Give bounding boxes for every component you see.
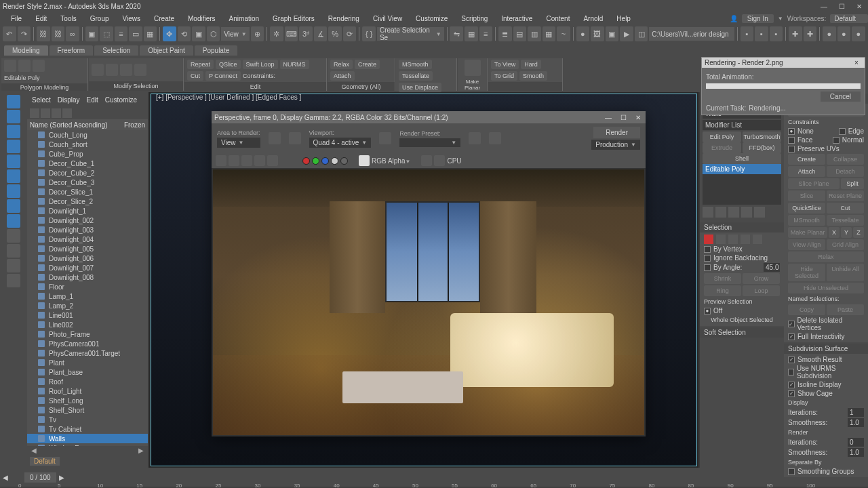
viewport-caption[interactable]: [+] [Perspective ] [User Defined ] [Edge… [156,94,301,101]
softsel-rollout-hdr[interactable]: Soft Selection [704,329,746,336]
ribbon-usedisp[interactable]: Use Displace [399,83,441,92]
smoothresult-checkbox[interactable]: ✓ [788,357,795,363]
clear-icon[interactable] [267,155,278,166]
scene-default-badge[interactable]: Default [30,457,60,466]
spinner-snap-button[interactable]: ⟳ [343,26,357,41]
timeslider-right-icon[interactable]: ▶ [56,474,67,481]
tab-populate[interactable]: Populate [195,45,237,56]
msel-1-icon[interactable] [92,64,104,76]
scene-sort-icon[interactable] [62,108,72,118]
array-button[interactable]: ▦ [465,26,478,41]
scene-item[interactable]: Plant_base [27,367,148,377]
detach-button[interactable]: Detach [827,166,864,177]
byangle-value[interactable]: 45.0 [764,263,780,272]
scroll-right-icon[interactable]: ▶ [137,447,145,454]
editpoly-button[interactable]: Edit Poly [703,131,741,142]
scene-item[interactable]: Decor_Cube_3 [27,178,148,187]
viewport[interactable]: [+] [Perspective ] [User Defined ] [Edge… [149,92,698,468]
channel-alpha-button[interactable] [331,157,338,165]
unhide-button[interactable]: Unhide All [827,264,864,281]
scene-item[interactable]: Cube_Prop [27,149,148,159]
menu-civilview[interactable]: Civil View [368,15,408,22]
makeplanar-button[interactable]: Make Planar [788,227,827,238]
shrink-button[interactable]: Shrink [704,273,741,284]
scene-item[interactable]: Downlight_008 [27,272,148,282]
ribbon-create[interactable]: Create [355,60,380,69]
tab-selection[interactable]: Selection [94,45,138,56]
curves-button[interactable]: ~ [557,26,570,41]
scene-lock-icon[interactable] [41,108,50,118]
tab-freeform[interactable]: Freeform [50,45,94,56]
menu-views[interactable]: Views [117,15,146,22]
se-filter-6[interactable] [7,169,20,183]
gridalign-button[interactable]: Grid Align [827,239,864,250]
scene-item[interactable]: Decor_Cube_2 [27,168,148,178]
iter2-value[interactable]: 0 [848,438,864,447]
scene-item[interactable]: Downlight_002 [27,216,148,225]
modifier-list-dropdown[interactable]: Modifier List [703,120,781,130]
progress-cancel-button[interactable]: Cancel [821,92,861,102]
smgrp-checkbox[interactable] [788,468,795,475]
scene-col-name[interactable]: Name (Sorted Ascending) [30,121,108,129]
pivot-button[interactable]: ⊕ [251,26,264,41]
preset-dropdown[interactable]: ▼ [399,138,460,147]
ribbon-attach[interactable]: Attach [330,71,355,81]
signin-arrow-icon[interactable]: ▼ [778,16,783,22]
byangle-checkbox[interactable] [704,264,711,271]
ffd-button[interactable]: FFD(box) [743,142,781,153]
ribbon-pconnect[interactable]: P Connect [205,71,241,81]
tb-x7[interactable]: ● [837,26,851,41]
modifier-stack[interactable]: Editable Poly [703,164,781,205]
scene-menu-select[interactable]: Select [30,96,53,104]
channel-blue-button[interactable] [321,157,329,165]
stack-config-icon[interactable] [754,207,765,218]
scene-item[interactable]: Couch_short [27,140,148,149]
workspaces-dropdown[interactable]: Default [830,14,868,23]
ribbon-toview[interactable]: To View [491,60,519,69]
ribbon-qslice[interactable]: QSlice [216,60,241,69]
scene-item[interactable]: Plant [27,358,148,367]
iter-value[interactable]: 1 [848,408,864,417]
ribbon-tessellate[interactable]: Tessellate [399,71,433,81]
scene-item[interactable]: Decor_Slice_1 [27,187,148,197]
mirror-button[interactable]: ⇋ [450,26,463,41]
scene-item[interactable]: Couch_Long [27,130,148,140]
elem-icon[interactable] [33,60,45,72]
channel-dropdown[interactable]: RGB Alpha▼ [372,157,410,165]
cut-button[interactable]: Cut [827,203,864,214]
shell-button[interactable]: Shell [703,153,781,164]
showcage-checkbox[interactable]: ✓ [788,390,795,397]
time-pos-label[interactable]: 0 / 100 [24,472,56,483]
ring-button[interactable]: Ring [704,285,741,296]
select-button[interactable]: ⬚ [100,26,113,41]
menu-group[interactable]: Group [85,15,115,22]
channel-green-button[interactable] [312,157,319,165]
render-button[interactable]: Render [593,127,640,138]
channel-red-button[interactable] [302,157,310,165]
se-filter-8[interactable] [7,199,20,213]
scene-item[interactable]: Shelf_Long [27,396,148,405]
vertex-so-icon[interactable] [704,235,713,244]
tb-x8[interactable]: ● [852,26,865,41]
renderwin-close-button[interactable]: ✕ [633,114,643,121]
layers-button[interactable]: ≣ [498,26,512,41]
scene-menu-edit[interactable]: Edit [85,96,100,104]
scene-item[interactable]: Shelf_Short [27,405,148,415]
scene-eye-icon[interactable] [52,108,61,118]
tb-x4[interactable]: ✚ [789,26,802,41]
byvertex-checkbox[interactable] [704,246,711,253]
hideun-button[interactable]: Hide Unselected [788,283,864,293]
se-filter-10[interactable] [7,229,20,243]
stack-unique-icon[interactable] [728,207,739,218]
msel-4-icon[interactable] [134,64,146,76]
ribbon-repeat[interactable]: Repeat [187,60,214,69]
ribbon-msmooth[interactable]: MSmooth [399,60,432,69]
slice-button[interactable]: Slice [788,190,825,201]
unlink-button[interactable]: ⛓ [52,26,65,41]
preserve-uv-checkbox[interactable] [788,146,795,152]
tessellate-button[interactable]: Tessellate [827,215,864,226]
poly-icon[interactable] [4,60,16,72]
scroll-left-icon[interactable]: ◀ [30,447,38,454]
menu-grapheditors[interactable]: Graph Editors [267,15,320,22]
scene-col-frozen[interactable]: Frozen [124,121,145,129]
